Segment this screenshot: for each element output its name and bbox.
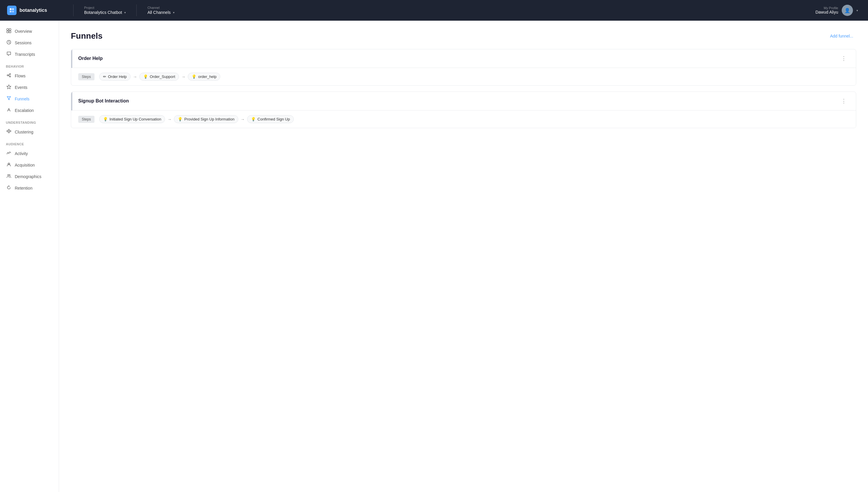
transcripts-icon <box>6 51 12 57</box>
project-value: Botanalytics Chatbot ▾ <box>84 10 126 15</box>
funnel-title: Signup Bot Interaction <box>78 98 129 104</box>
sidebar-clustering-label: Clustering <box>15 130 33 134</box>
sidebar-item-acquisition[interactable]: Acquisition <box>0 159 59 171</box>
steps-list: 💡 Initiated Sign Up Conversation → 💡 Pro… <box>99 115 294 123</box>
header-divider-2 <box>136 4 137 16</box>
sidebar-sessions-label: Sessions <box>15 41 32 45</box>
funnel-title: Order Help <box>78 56 103 61</box>
sidebar-events-label: Events <box>15 85 27 90</box>
main-layout: Overview Sessions Transcripts BEHAVIOR F… <box>0 21 868 492</box>
sidebar-retention-label: Retention <box>15 186 32 191</box>
sidebar-item-escalation[interactable]: Escalation <box>0 104 59 116</box>
sidebar-item-overview[interactable]: Overview <box>0 25 59 37</box>
channel-chevron-icon: ▾ <box>173 11 175 14</box>
step-label: order_help <box>198 74 216 79</box>
svg-rect-16 <box>7 130 8 132</box>
svg-rect-19 <box>10 130 11 132</box>
sidebar-item-sessions[interactable]: Sessions <box>0 37 59 48</box>
retention-icon <box>6 185 12 191</box>
funnel-steps-area: Steps ✏ Order Help → 💡 Order_Support → 💡… <box>71 68 856 85</box>
step-item: 💡 Provided Sign Up Information <box>174 115 238 123</box>
sidebar-flows-label: Flows <box>15 74 26 78</box>
sidebar-demographics-label: Demographics <box>15 174 41 179</box>
profile-chevron-icon: ▾ <box>857 9 858 12</box>
svg-rect-3 <box>12 10 14 13</box>
step-icon: 💡 <box>251 117 256 121</box>
funnels-icon <box>6 96 12 102</box>
channel-label: Channel <box>147 6 175 9</box>
page-title: Funnels <box>71 31 102 41</box>
svg-point-10 <box>9 74 10 75</box>
sidebar: Overview Sessions Transcripts BEHAVIOR F… <box>0 21 59 492</box>
steps-list: ✏ Order Help → 💡 Order_Support → 💡 order… <box>99 73 221 81</box>
project-label: Project <box>84 6 126 9</box>
sidebar-item-demographics[interactable]: Demographics <box>0 171 59 182</box>
svg-rect-17 <box>8 129 9 130</box>
demographics-icon <box>6 174 12 179</box>
step-icon: 💡 <box>192 74 196 79</box>
sidebar-item-clustering[interactable]: Clustering <box>0 126 59 138</box>
svg-rect-5 <box>9 29 11 30</box>
svg-rect-18 <box>8 132 9 133</box>
svg-point-9 <box>7 75 8 76</box>
funnel-menu-button[interactable]: ⋮ <box>839 97 849 105</box>
sidebar-item-activity[interactable]: Activity <box>0 148 59 159</box>
logo-area: botanalytics <box>7 6 66 15</box>
funnel-card-header: Order Help ⋮ <box>71 49 856 68</box>
channel-value: All Channels ▾ <box>147 10 175 15</box>
step-icon: 💡 <box>143 74 148 79</box>
svg-rect-0 <box>10 8 11 10</box>
svg-rect-7 <box>9 31 11 33</box>
step-item: 💡 Order_Support <box>139 73 179 81</box>
avatar: 👤 <box>842 5 853 16</box>
funnel-card-header: Signup Bot Interaction ⋮ <box>71 92 856 110</box>
behavior-section-label: BEHAVIOR <box>0 60 59 70</box>
sidebar-item-transcripts[interactable]: Transcripts <box>0 48 59 60</box>
audience-section-label: AUDIENCE <box>0 138 59 148</box>
steps-label: Steps <box>78 73 95 80</box>
step-item: 💡 order_help <box>188 73 220 81</box>
channel-dropdown[interactable]: Channel All Channels ▾ <box>144 3 178 17</box>
step-label: Confirmed Sign Up <box>257 117 290 121</box>
step-label: Initiated Sign Up Conversation <box>109 117 161 121</box>
content-area: Funnels Add funnel... Order Help ⋮ Steps… <box>59 21 868 492</box>
profile-area[interactable]: My Profile Dawud Aliyu 👤 ▾ <box>813 3 861 18</box>
funnels-container: Order Help ⋮ Steps ✏ Order Help → 💡 Orde… <box>71 49 856 128</box>
sidebar-transcripts-label: Transcripts <box>15 52 35 57</box>
escalation-icon <box>6 107 12 113</box>
profile-name: Dawud Aliyu <box>815 10 838 15</box>
step-arrow-icon: → <box>133 74 137 79</box>
step-label: Order Help <box>108 74 127 79</box>
sidebar-item-flows[interactable]: Flows <box>0 70 59 81</box>
flows-icon <box>6 73 12 78</box>
events-icon <box>6 84 12 90</box>
sidebar-item-retention[interactable]: Retention <box>0 182 59 194</box>
overview-icon <box>6 28 12 34</box>
svg-rect-4 <box>7 29 8 30</box>
add-funnel-button[interactable]: Add funnel... <box>827 32 856 40</box>
step-icon: 💡 <box>103 117 108 121</box>
svg-rect-2 <box>10 10 11 13</box>
header-divider-1 <box>73 4 74 16</box>
activity-icon <box>6 151 12 156</box>
project-chevron-icon: ▾ <box>124 11 126 14</box>
step-item: 💡 Confirmed Sign Up <box>247 115 294 123</box>
sidebar-escalation-label: Escalation <box>15 108 34 113</box>
understanding-section-label: UNDERSTANDING <box>0 116 59 126</box>
acquisition-icon <box>6 162 12 168</box>
svg-rect-1 <box>12 8 14 10</box>
sidebar-funnels-label: Funnels <box>15 97 29 101</box>
funnel-menu-button[interactable]: ⋮ <box>839 55 849 62</box>
step-arrow-icon: → <box>181 74 185 79</box>
sidebar-item-events[interactable]: Events <box>0 81 59 93</box>
top-header: botanalytics Project Botanalytics Chatbo… <box>0 0 868 21</box>
svg-line-12 <box>8 74 9 75</box>
step-icon: 💡 <box>178 117 182 121</box>
step-label: Provided Sign Up Information <box>184 117 234 121</box>
sidebar-acquisition-label: Acquisition <box>15 163 35 168</box>
svg-point-21 <box>8 164 9 164</box>
svg-marker-14 <box>7 85 11 89</box>
sidebar-item-funnels[interactable]: Funnels <box>0 93 59 104</box>
project-dropdown[interactable]: Project Botanalytics Chatbot ▾ <box>81 3 129 17</box>
sessions-icon <box>6 40 12 46</box>
